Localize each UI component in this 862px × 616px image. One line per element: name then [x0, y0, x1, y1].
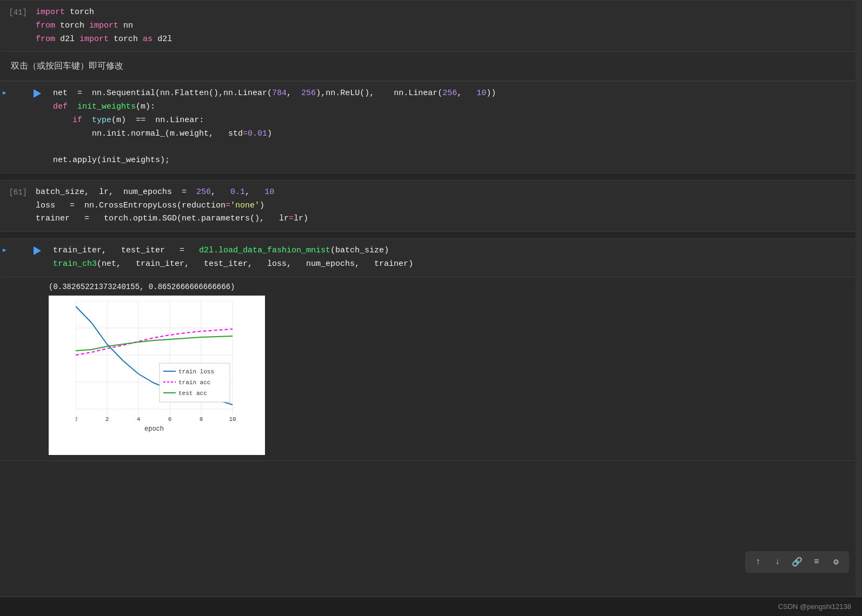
toolbar-list-button[interactable]: ≡ [809, 554, 824, 570]
toolbar-settings-button[interactable]: ⚙ [828, 554, 844, 570]
cell-number-61: [61] [2, 180, 31, 231]
svg-text:10: 10 [229, 416, 236, 423]
toolbar: ↑ ↓ 🔗 ≡ ⚙ [745, 551, 849, 573]
toolbar-up-button[interactable]: ↑ [751, 554, 766, 570]
svg-text:train acc: train acc [178, 379, 210, 386]
text-cell-content: 双击（或按回车键）即可修改 [11, 61, 123, 70]
run-button-1[interactable] [31, 82, 49, 173]
svg-text:epoch: epoch [144, 425, 164, 433]
toolbar-down-button[interactable]: ↓ [770, 554, 785, 570]
cell-number-41: [41] [2, 1, 31, 51]
output-text: (0.38265221373240155, 0.8652666666666666… [49, 283, 851, 291]
chart-svg: 0.4 0.6 0.8 2 2 4 6 8 10 epoch [76, 301, 260, 439]
run-triangle-1[interactable] [34, 89, 41, 98]
left-arrow-1: ▶ [3, 89, 6, 96]
toolbar-link-button[interactable]: 🔗 [790, 554, 805, 570]
cell-61: [61] batch_size, lr, num_epochs = 256, 0… [0, 180, 862, 232]
divider-1 [0, 173, 862, 180]
cell-run1-content[interactable]: net = nn.Sequential(nn.Flatten(),nn.Line… [49, 82, 862, 173]
bottom-bar: CSDN @pengshi12138 [0, 597, 862, 616]
attribution: CSDN @pengshi12138 [778, 602, 851, 611]
chart-container: 0.4 0.6 0.8 2 2 4 6 8 10 epoch [49, 296, 265, 455]
svg-text:train loss: train loss [178, 369, 214, 375]
text-cell-1: 双击（或按回车键）即可修改 [0, 52, 862, 81]
svg-text:2: 2 [76, 416, 77, 423]
svg-text:6: 6 [168, 416, 172, 423]
run-triangle-2[interactable] [34, 246, 41, 255]
scrollbar-gutter[interactable] [856, 0, 862, 597]
svg-text:4: 4 [137, 416, 141, 423]
left-arrow-2: ▶ [3, 246, 6, 253]
svg-text:8: 8 [200, 416, 203, 423]
divider-2 [0, 232, 862, 238]
cell-run2: ▶ train_iter, test_iter = d2l.load_data_… [0, 238, 862, 277]
cell-run1: ▶ net = nn.Sequential(nn.Flatten(),nn.Li… [0, 81, 862, 173]
cell-number-run2 [2, 239, 31, 277]
svg-text:2: 2 [105, 416, 109, 423]
svg-text:test acc: test acc [178, 390, 207, 397]
cell-41-content[interactable]: import torch from torch import nn from d… [31, 1, 862, 51]
notebook: [41] import torch from torch import nn f… [0, 0, 862, 461]
cell-run2-content[interactable]: train_iter, test_iter = d2l.load_data_fa… [49, 239, 862, 277]
run-button-2[interactable] [31, 239, 49, 277]
cell-61-content[interactable]: batch_size, lr, num_epochs = 256, 0.1, 1… [31, 180, 862, 231]
cell-41: [41] import torch from torch import nn f… [0, 0, 862, 52]
output-cell-run2: (0.38265221373240155, 0.8652666666666666… [0, 277, 862, 461]
